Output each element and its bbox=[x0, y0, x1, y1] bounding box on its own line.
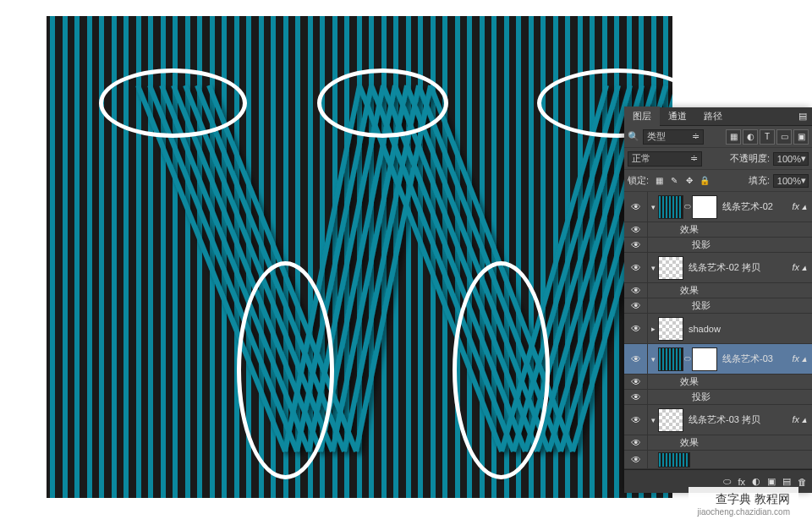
lock-fill-row: 锁定: ▦ ✎ ✥ 🔒 填充: 100% ▾ bbox=[624, 170, 812, 192]
layer-name[interactable]: 线条艺术-03 拷贝 bbox=[683, 413, 787, 426]
layer-row[interactable]: 👁 ▾ ⬭ 线条艺术-03 fx ▴ bbox=[624, 344, 812, 375]
visibility-eye-icon[interactable]: 👁 bbox=[631, 300, 641, 312]
lock-move-icon[interactable]: ✥ bbox=[683, 174, 696, 188]
opacity-value: 100% bbox=[777, 154, 801, 164]
mask-icon[interactable]: ◐ bbox=[752, 476, 760, 487]
lock-pixels-icon[interactable]: ▦ bbox=[652, 174, 666, 188]
drop-shadow-label: 投影 bbox=[689, 238, 710, 251]
fx-dropshadow-row[interactable]: 👁投影 bbox=[624, 390, 812, 405]
effects-label: 效果 bbox=[677, 223, 699, 236]
blend-opacity-row: 正常 ≑ 不透明度: 100% ▾ bbox=[624, 148, 812, 170]
drop-shadow-label: 投影 bbox=[689, 391, 710, 403]
chevron-down-icon: ≑ bbox=[692, 131, 700, 142]
layer-name[interactable]: shadow bbox=[683, 324, 812, 334]
visibility-eye-icon[interactable]: 👁 bbox=[631, 285, 641, 297]
opacity-label: 不透明度: bbox=[730, 152, 770, 165]
lock-icons: ▦ ✎ ✥ 🔒 bbox=[652, 174, 711, 188]
effects-label: 效果 bbox=[677, 284, 699, 297]
visibility-eye-icon[interactable]: 👁 bbox=[631, 239, 641, 251]
disclosure-triangle-icon[interactable]: ▾ bbox=[648, 203, 658, 211]
delete-icon[interactable]: 🗑 bbox=[798, 477, 807, 487]
fill-label: 填充: bbox=[749, 174, 770, 187]
group-icon[interactable]: ▣ bbox=[767, 476, 776, 487]
visibility-eye-icon[interactable]: 👁 bbox=[631, 323, 641, 335]
opacity-input[interactable]: 100% ▾ bbox=[773, 152, 809, 166]
fx-badge[interactable]: fx ▴ bbox=[787, 414, 812, 425]
fx-effects-row: 👁效果 bbox=[624, 222, 812, 238]
fx-effects-row: 👁效果 bbox=[624, 283, 812, 298]
visibility-eye-icon[interactable]: 👁 bbox=[631, 391, 641, 403]
layer-row[interactable]: 👁 ▾ 线条艺术-02 拷贝 fx ▴ bbox=[624, 253, 812, 283]
fill-input[interactable]: 100% ▾ bbox=[773, 174, 809, 188]
watermark-url: jiaocheng.chazidian.com bbox=[697, 507, 790, 517]
filter-type-select[interactable]: 类型 ≑ bbox=[643, 129, 704, 145]
visibility-eye-icon[interactable]: 👁 bbox=[631, 224, 641, 236]
blend-mode-select[interactable]: 正常 ≑ bbox=[628, 151, 702, 167]
fx-badge[interactable]: fx ▴ bbox=[787, 201, 812, 212]
link-icon[interactable]: ⬭ bbox=[683, 354, 692, 364]
filter-type-label: 类型 bbox=[647, 130, 666, 143]
link-layers-icon[interactable]: ⬭ bbox=[723, 476, 731, 487]
visibility-eye-icon[interactable]: 👁 bbox=[631, 353, 641, 365]
fx-dropshadow-row[interactable]: 👁投影 bbox=[624, 238, 812, 253]
fx-icon[interactable]: fx bbox=[738, 477, 745, 487]
fx-dropshadow-row[interactable]: 👁投影 bbox=[624, 298, 812, 314]
annotation-oval bbox=[237, 261, 334, 479]
layer-name[interactable]: 线条艺术-03 bbox=[717, 353, 787, 365]
layer-name[interactable]: 线条艺术-02 拷贝 bbox=[683, 261, 787, 274]
fx-badge[interactable]: fx ▴ bbox=[787, 353, 812, 364]
filter-pixel-icon[interactable]: ▦ bbox=[726, 129, 741, 145]
link-icon[interactable]: ⬭ bbox=[683, 202, 692, 211]
layer-thumbnail bbox=[658, 452, 690, 468]
visibility-eye-icon[interactable]: 👁 bbox=[631, 201, 641, 213]
chevron-down-icon: ▾ bbox=[801, 175, 806, 186]
drop-shadow-label: 投影 bbox=[689, 299, 710, 312]
layers-list: 👁 ▾ ⬭ 线条艺术-02 fx ▴👁效果👁投影👁 ▾ 线条艺术-02 拷贝 f… bbox=[624, 192, 812, 451]
filter-text-icon[interactable]: T bbox=[760, 129, 775, 145]
tab-paths[interactable]: 路径 bbox=[695, 107, 731, 126]
canvas-artwork bbox=[47, 16, 672, 498]
panel-menu-icon[interactable]: ▤ bbox=[793, 111, 812, 122]
visibility-eye-icon[interactable]: 👁 bbox=[631, 454, 641, 466]
layer-row[interactable]: 👁 ▾ 线条艺术-03 拷贝 fx ▴ bbox=[624, 405, 812, 435]
disclosure-triangle-icon[interactable]: ▾ bbox=[648, 264, 658, 272]
layers-panel: 图层 通道 路径 ▤ 🔍 类型 ≑ ▦ ◐ T ▭ ▣ 正常 ≑ 不透明度: 1… bbox=[624, 107, 812, 493]
tab-channels[interactable]: 通道 bbox=[660, 107, 695, 126]
layer-filter-row: 🔍 类型 ≑ ▦ ◐ T ▭ ▣ bbox=[624, 126, 812, 148]
visibility-eye-icon[interactable]: 👁 bbox=[631, 414, 641, 426]
layer-thumbnail bbox=[658, 408, 683, 432]
visibility-eye-icon[interactable]: 👁 bbox=[631, 437, 641, 449]
disclosure-triangle-icon[interactable]: ▾ bbox=[648, 416, 658, 424]
visibility-eye-icon[interactable]: 👁 bbox=[631, 376, 641, 388]
filter-shape-icon[interactable]: ▭ bbox=[776, 129, 792, 145]
lock-all-icon[interactable]: 🔒 bbox=[698, 174, 711, 188]
filter-smart-icon[interactable]: ▣ bbox=[793, 129, 809, 145]
layer-thumbnail bbox=[658, 195, 683, 219]
visibility-eye-icon[interactable]: 👁 bbox=[631, 262, 641, 274]
watermark-text: 查字典 教程网 bbox=[697, 492, 790, 507]
filter-adjust-icon[interactable]: ◐ bbox=[743, 129, 758, 145]
tab-layers[interactable]: 图层 bbox=[624, 107, 660, 126]
fx-effects-row: 👁效果 bbox=[624, 375, 812, 390]
search-icon: 🔍 bbox=[628, 131, 639, 142]
layer-thumbnail bbox=[658, 347, 683, 371]
lock-label: 锁定: bbox=[628, 174, 649, 187]
annotation-oval bbox=[99, 68, 247, 138]
fx-badge[interactable]: fx ▴ bbox=[787, 262, 812, 273]
annotation-oval bbox=[317, 68, 448, 138]
filter-icons: ▦ ◐ T ▭ ▣ bbox=[726, 129, 809, 145]
disclosure-triangle-icon[interactable]: ▸ bbox=[648, 325, 658, 333]
chevron-down-icon: ▾ bbox=[801, 153, 806, 164]
mask-thumbnail bbox=[692, 347, 717, 371]
layer-row[interactable]: 👁 ▾ ⬭ 线条艺术-02 fx ▴ bbox=[624, 192, 812, 222]
lock-brush-icon[interactable]: ✎ bbox=[667, 174, 681, 188]
disclosure-triangle-icon[interactable]: ▾ bbox=[648, 355, 658, 364]
panel-tabs: 图层 通道 路径 ▤ bbox=[624, 107, 812, 126]
layer-name[interactable]: 线条艺术-02 bbox=[717, 200, 787, 213]
chevron-down-icon: ≑ bbox=[690, 153, 698, 164]
layer-row-background[interactable]: 👁 bbox=[624, 451, 812, 469]
new-layer-icon[interactable]: ▤ bbox=[782, 476, 791, 487]
layer-row[interactable]: 👁 ▸ shadow bbox=[624, 314, 812, 344]
blend-mode-value: 正常 bbox=[632, 152, 650, 165]
mask-thumbnail bbox=[692, 195, 717, 219]
